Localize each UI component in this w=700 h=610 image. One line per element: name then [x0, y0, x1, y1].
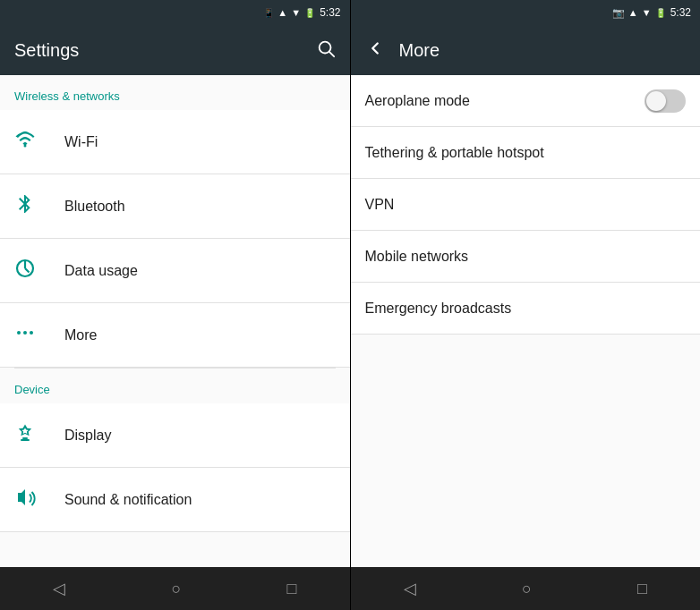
battery-icon-right: 🔋: [655, 8, 666, 18]
settings-content: Wireless & networks Wi-Fi Bluetooth: [0, 75, 350, 567]
recent-button-right[interactable]: □: [616, 572, 669, 606]
mobile-networks-label: Mobile networks: [365, 249, 687, 265]
app-bar-right: More: [351, 25, 701, 75]
tethering-label: Tethering & portable hotspot: [365, 145, 687, 161]
setting-item-display[interactable]: Display: [0, 403, 350, 468]
wifi-status-icon-right: ▼: [642, 7, 652, 18]
more-title: More: [399, 40, 687, 61]
back-button-right[interactable]: ◁: [382, 572, 438, 606]
search-icon[interactable]: [316, 38, 336, 63]
aeroplane-label: Aeroplane mode: [365, 93, 645, 109]
more-label: More: [64, 327, 97, 343]
back-icon[interactable]: [365, 38, 385, 63]
back-button-left[interactable]: ◁: [31, 572, 87, 606]
svg-point-5: [23, 331, 27, 335]
setting-item-wifi[interactable]: Wi-Fi: [0, 110, 350, 174]
svg-line-1: [329, 52, 334, 56]
more-item-vpn[interactable]: VPN: [351, 179, 701, 231]
svg-rect-7: [22, 437, 28, 439]
battery-icon: 🔋: [304, 8, 315, 18]
setting-item-bluetooth[interactable]: Bluetooth: [0, 174, 350, 239]
settings-title: Settings: [14, 40, 302, 61]
toggle-thumb: [646, 91, 666, 111]
setting-item-sound[interactable]: Sound & notification: [0, 468, 350, 532]
wifi-label: Wi-Fi: [64, 134, 98, 150]
more-item-tethering[interactable]: Tethering & portable hotspot: [351, 127, 701, 179]
svg-rect-8: [21, 439, 30, 441]
wifi-icon: [14, 129, 36, 156]
home-button-right[interactable]: ○: [500, 572, 553, 606]
section-header-device: Device: [0, 369, 350, 403]
status-time-right: 5:32: [670, 6, 691, 19]
bluetooth-label: Bluetooth: [64, 199, 125, 215]
status-bar-right: 📷 ▲ ▼ 🔋 5:32: [351, 0, 701, 25]
display-icon: [14, 422, 36, 449]
data-usage-label: Data usage: [64, 263, 138, 279]
status-bar-left: 📱 ▲ ▼ 🔋 5:32: [0, 0, 350, 25]
right-panel: 📷 ▲ ▼ 🔋 5:32 More Aeroplane mode Tetheri…: [351, 0, 701, 610]
sim-icon-right: 📷: [612, 7, 625, 19]
bottom-nav-left: ◁ ○ □: [0, 567, 350, 610]
more-item-mobile-networks[interactable]: Mobile networks: [351, 231, 701, 283]
bluetooth-icon: [14, 193, 36, 220]
svg-point-6: [30, 331, 33, 335]
wifi-status-icon: ▼: [291, 7, 301, 18]
status-icons-right: 📷 ▲ ▼ 🔋: [612, 7, 666, 19]
vpn-label: VPN: [365, 197, 687, 213]
left-panel: 📱 ▲ ▼ 🔋 5:32 Settings Wireless & network…: [0, 0, 350, 610]
bottom-nav-right: ◁ ○ □: [351, 567, 701, 610]
status-time-left: 5:32: [320, 6, 340, 19]
svg-point-4: [17, 331, 21, 335]
section-header-wireless: Wireless & networks: [0, 75, 350, 110]
sim-icon: 📱: [263, 8, 274, 18]
recent-button-left[interactable]: □: [266, 572, 319, 606]
data-usage-icon: [14, 258, 36, 284]
signal-icon: ▲: [277, 7, 287, 18]
sound-icon: [14, 487, 36, 513]
setting-item-more[interactable]: More: [0, 303, 350, 368]
sound-label: Sound & notification: [64, 492, 192, 508]
status-icons-left: 📱 ▲ ▼ 🔋: [263, 7, 315, 18]
app-bar-left: Settings: [0, 25, 350, 75]
more-item-aeroplane[interactable]: Aeroplane mode: [351, 75, 701, 127]
more-content: Aeroplane mode Tethering & portable hots…: [351, 75, 701, 567]
aeroplane-toggle[interactable]: [645, 89, 686, 113]
more-dots-icon: [14, 322, 36, 349]
home-button-left[interactable]: ○: [149, 572, 202, 606]
more-item-emergency[interactable]: Emergency broadcasts: [351, 283, 701, 335]
display-label: Display: [64, 428, 111, 444]
signal-icon-right: ▲: [628, 7, 638, 18]
svg-point-2: [24, 144, 27, 147]
setting-item-data-usage[interactable]: Data usage: [0, 239, 350, 303]
emergency-label: Emergency broadcasts: [365, 301, 687, 317]
